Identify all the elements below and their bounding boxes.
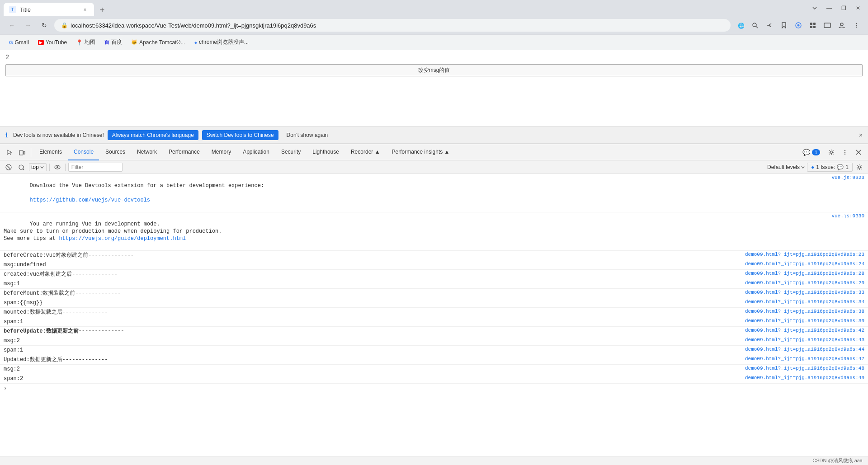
tab-performance[interactable]: Performance — [163, 144, 205, 160]
filter-input[interactable] — [68, 163, 123, 172]
deployment-guide-link[interactable]: https://vuejs.org/guide/deployment.html — [59, 235, 186, 242]
dont-show-again-button[interactable]: Don't show again — [282, 130, 333, 140]
bookmark-maps[interactable]: 📍 地图 — [72, 37, 99, 48]
devtools-more-button[interactable] — [839, 146, 851, 158]
bookmark-chrome[interactable]: ● chrome浏览器没声... — [190, 37, 252, 48]
share-icon[interactable] — [763, 19, 776, 32]
lock-icon: 🔒 — [61, 22, 68, 28]
url-bar[interactable]: 🔒 localhost:63342/idea-workspace/Vue-Tes… — [54, 19, 731, 32]
inspect-element-button[interactable] — [4, 146, 15, 158]
log-text: msg:undefined — [4, 261, 729, 268]
log-entry: mounted:数据装载之后-------------- demo09.html… — [0, 308, 868, 317]
extensions-icon[interactable] — [807, 19, 819, 32]
console-top-filter-button[interactable] — [16, 162, 26, 172]
bookmark-tomcat[interactable]: 🐱 Apache Tomcat®... — [127, 38, 189, 47]
always-match-language-button[interactable]: Always match Chrome's language — [108, 130, 198, 140]
issues-button[interactable]: 💬 1 — [799, 149, 824, 156]
log-entry: beforeUpdate:数据更新之前-------------- demo09… — [0, 327, 868, 336]
device-toolbar-button[interactable] — [16, 146, 28, 158]
tab-recorder[interactable]: Recorder ▲ — [345, 144, 386, 160]
translate-icon[interactable]: 🌐 — [734, 19, 747, 32]
search-icon[interactable] — [749, 19, 761, 32]
tab-application[interactable]: Application — [237, 144, 275, 160]
log-source[interactable]: demo09.html?_ijt=pjg…a1916pq2q8vd9a6s:39 — [729, 318, 864, 324]
log-source[interactable]: demo09.html?_ijt=pjg…a1916pq2q8vd9a6s:28 — [729, 271, 864, 276]
bookmark-baidu[interactable]: 百 百度 — [101, 37, 126, 48]
banner-close-button[interactable]: × — [859, 132, 863, 139]
console-prompt[interactable]: › — [0, 384, 868, 394]
log-source[interactable]: demo09.html?_ijt=pjg…a1916pq2q8vd9a6s:29 — [729, 280, 864, 286]
refresh-button[interactable]: ↻ — [38, 19, 51, 32]
log-source[interactable]: demo09.html?_ijt=pjg…a1916pq2q8vd9a6s:42 — [729, 328, 864, 333]
log-source[interactable]: vue.js:9323 — [729, 175, 864, 180]
tomcat-icon: 🐱 — [131, 39, 137, 45]
log-text: mounted:数据装载之后-------------- — [4, 309, 729, 316]
log-source[interactable]: vue.js:9330 — [729, 213, 864, 219]
default-levels-button[interactable]: Default levels — [767, 164, 805, 170]
restore-button[interactable]: ❒ — [837, 2, 850, 14]
close-button[interactable]: ✕ — [852, 2, 864, 14]
issue-dot-icon: ● — [811, 164, 814, 170]
clear-console-button[interactable] — [4, 162, 14, 172]
svg-point-13 — [856, 23, 857, 24]
bookmark-gmail[interactable]: G Gmail — [5, 38, 33, 47]
console-right-controls: Default levels ● 1 Issue: 💬 1 — [767, 162, 864, 172]
log-text: span:1 — [4, 318, 729, 325]
log-text: msg:1 — [4, 280, 729, 287]
log-entry: msg:2 demo09.html?_ijt=pjg…a1916pq2q8vd9… — [0, 336, 868, 346]
log-entry: beforeCreate:vue对象创建之前-------------- dem… — [0, 251, 868, 260]
profile-icon[interactable] — [835, 19, 848, 32]
info-icon: ℹ — [5, 132, 8, 139]
tab-close-button[interactable]: × — [81, 6, 89, 13]
log-source[interactable]: demo09.html?_ijt=pjg…a1916pq2q8vd9a6s:33 — [729, 290, 864, 295]
gmail-icon: G — [9, 40, 13, 45]
tab-security[interactable]: Security — [276, 144, 306, 160]
tab-console[interactable]: Console — [68, 144, 99, 160]
log-source[interactable]: demo09.html?_ijt=pjg…a1916pq2q8vd9a6s:34 — [729, 299, 864, 305]
log-source[interactable]: demo09.html?_ijt=pjg…a1916pq2q8vd9a6s:47 — [729, 356, 864, 362]
log-source[interactable]: demo09.html?_ijt=pjg…a1916pq2q8vd9a6s:48 — [729, 366, 864, 371]
eye-icon-button[interactable] — [52, 162, 62, 172]
change-msg-button[interactable]: 改变msg的值 — [5, 64, 863, 76]
menu-icon[interactable] — [850, 19, 863, 32]
log-source[interactable]: demo09.html?_ijt=pjg…a1916pq2q8vd9a6s:49 — [729, 375, 864, 380]
tab-memory[interactable]: Memory — [206, 144, 236, 160]
log-source[interactable]: demo09.html?_ijt=pjg…a1916pq2q8vd9a6s:24 — [729, 261, 864, 267]
cast-icon[interactable] — [821, 19, 834, 32]
tab-performance-insights[interactable]: Performance insights ▲ — [387, 144, 455, 160]
tab-network[interactable]: Network — [132, 144, 162, 160]
address-bar: ← → ↻ 🔒 localhost:63342/idea-workspace/V… — [0, 16, 868, 34]
log-source[interactable]: demo09.html?_ijt=pjg…a1916pq2q8vd9a6s:44 — [729, 347, 864, 352]
devtools-settings-button[interactable] — [826, 146, 837, 158]
bookmark-youtube[interactable]: ▶ YouTube — [34, 38, 71, 47]
chrome-logo-icon[interactable] — [792, 19, 805, 32]
tab-list-button[interactable] — [808, 2, 821, 14]
minimize-button[interactable]: — — [823, 2, 835, 14]
back-button[interactable]: ← — [5, 19, 18, 32]
switch-to-chinese-button[interactable]: Switch DevTools to Chinese — [202, 130, 278, 140]
svg-rect-9 — [810, 26, 812, 28]
context-selector[interactable]: top — [29, 163, 47, 171]
bookmark-tomcat-label: Apache Tomcat®... — [139, 39, 185, 46]
log-source[interactable]: demo09.html?_ijt=pjg…a1916pq2q8vd9a6s:23 — [729, 252, 864, 257]
forward-button[interactable]: → — [22, 19, 34, 32]
tab-lighthouse[interactable]: Lighthouse — [307, 144, 344, 160]
new-tab-button[interactable]: + — [96, 4, 108, 16]
svg-point-20 — [844, 151, 845, 152]
console-log: Download the Vue Devtools extension for … — [0, 174, 868, 456]
log-source[interactable]: demo09.html?_ijt=pjg…a1916pq2q8vd9a6s:38 — [729, 309, 864, 314]
log-source[interactable]: demo09.html?_ijt=pjg…a1916pq2q8vd9a6s:43 — [729, 337, 864, 343]
log-entry: span:{{msg}} demo09.html?_ijt=pjg…a1916p… — [0, 298, 868, 308]
issues-badge-console[interactable]: ● 1 Issue: 💬 1 — [807, 163, 853, 172]
svg-rect-8 — [813, 23, 816, 25]
svg-rect-16 — [19, 150, 23, 155]
active-tab[interactable]: T Title × — [4, 3, 94, 16]
bookmark-icon[interactable] — [778, 19, 790, 32]
tab-sources[interactable]: Sources — [100, 144, 131, 160]
tab-elements[interactable]: Elements — [34, 144, 67, 160]
svg-point-12 — [840, 23, 843, 26]
console-settings-button[interactable] — [854, 162, 864, 172]
devtools-close-button[interactable] — [853, 146, 864, 158]
svg-line-25 — [7, 166, 10, 169]
vue-devtools-link[interactable]: https://github.com/vuejs/vue-devtools — [30, 197, 150, 203]
